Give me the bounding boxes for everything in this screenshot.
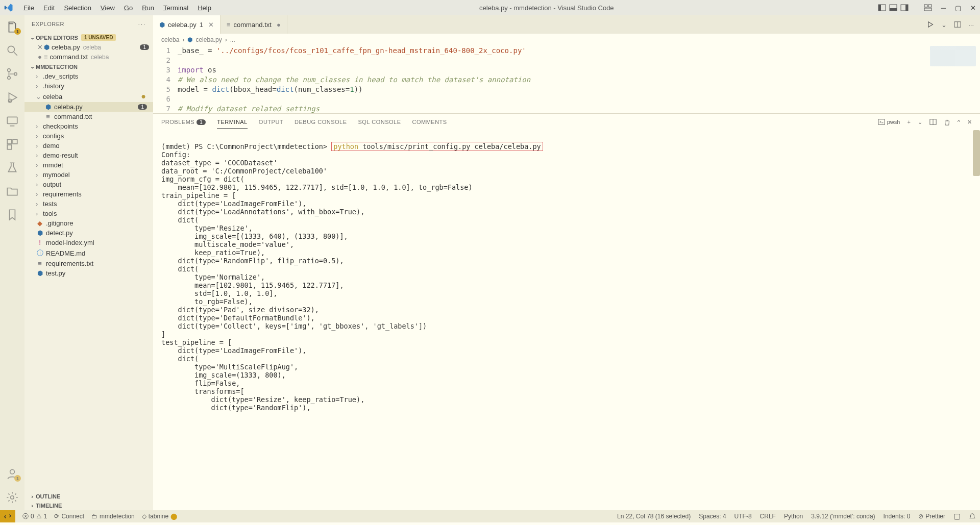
minimap[interactable]: [930, 46, 976, 66]
open-editors-header[interactable]: ⌄ OPEN EDITORS 1 UNSAVED: [24, 33, 153, 42]
menu-file[interactable]: File: [19, 2, 38, 14]
file-item[interactable]: ≡requirements.txt: [24, 259, 153, 268]
close-icon[interactable]: ✕: [36, 43, 44, 51]
terminal-content[interactable]: (mmdet) PS C:\CommonProject\mmdetection>…: [153, 130, 980, 510]
tab-output[interactable]: OUTPUT: [259, 116, 283, 128]
split-editor-icon[interactable]: [954, 21, 961, 28]
outline-header[interactable]: ›OUTLINE: [24, 492, 153, 501]
extensions-icon[interactable]: [6, 138, 19, 151]
file-item[interactable]: ◆.gitignore: [24, 218, 153, 228]
editor-tab[interactable]: ≡ command.txt ●: [220, 15, 287, 34]
kill-terminal-icon[interactable]: [944, 119, 950, 126]
breadcrumb-item[interactable]: celeba.py: [195, 36, 222, 43]
cursor-position[interactable]: Ln 22, Col 78 (16 selected): [617, 513, 691, 520]
tab-sql-console[interactable]: SQL CONSOLE: [358, 116, 401, 128]
feedback-icon[interactable]: [953, 513, 961, 520]
folder-item[interactable]: ⌄celeba●: [24, 91, 153, 102]
breadcrumb-item[interactable]: celeba: [161, 36, 179, 43]
menu-edit[interactable]: Edit: [39, 2, 59, 14]
folder-item[interactable]: ›checkpoints: [24, 121, 153, 131]
remote-button[interactable]: [0, 510, 15, 522]
outline-label: OUTLINE: [36, 493, 60, 499]
folder-item[interactable]: ›.dev_scripts: [24, 71, 153, 81]
file-item[interactable]: ⬢celeba.py1: [24, 102, 153, 112]
run-icon[interactable]: [927, 21, 934, 28]
run-dropdown-icon[interactable]: ⌄: [941, 21, 947, 29]
folder-item[interactable]: ›output: [24, 180, 153, 189]
eol-status[interactable]: CRLF: [760, 513, 776, 520]
explorer-more-icon[interactable]: ···: [138, 21, 146, 27]
split-terminal-icon[interactable]: [929, 118, 937, 126]
code-editor[interactable]: 1234567 _base_ = '../configs/fcos/fcos_r…: [153, 46, 980, 113]
folder-item[interactable]: ›requirements: [24, 189, 153, 199]
close-panel-icon[interactable]: ✕: [967, 119, 972, 126]
tab-problems[interactable]: PROBLEMS1: [161, 116, 206, 128]
window-maximize-icon[interactable]: ▢: [955, 4, 961, 12]
indentation-status[interactable]: Spaces: 4: [699, 513, 726, 520]
layout-panel-right-icon[interactable]: [900, 4, 909, 12]
menu-go[interactable]: Go: [120, 2, 137, 14]
layout-customize-icon[interactable]: [924, 4, 932, 12]
editor-tab[interactable]: ⬢ celeba.py 1 ✕: [153, 15, 220, 34]
window-close-icon[interactable]: ✕: [970, 4, 976, 12]
file-item[interactable]: !model-index.yml: [24, 238, 153, 247]
indents-status[interactable]: Indents: 0: [884, 513, 911, 520]
tabnine-status[interactable]: ◇ tabnine ⬤: [142, 513, 177, 520]
folder-library-icon[interactable]: [6, 185, 19, 198]
source-control-icon[interactable]: [6, 67, 19, 81]
breadcrumb-item[interactable]: ...: [230, 36, 235, 43]
encoding-status[interactable]: UTF-8: [734, 513, 752, 520]
timeline-header[interactable]: ›TIMELINE: [24, 501, 153, 510]
file-item[interactable]: ⓘREADME.md: [24, 247, 153, 259]
problems-status[interactable]: ⓧ 0 ⚠ 1: [22, 512, 47, 521]
modified-dot-icon[interactable]: ●: [36, 53, 44, 61]
folder-item[interactable]: ›configs: [24, 131, 153, 141]
new-terminal-icon[interactable]: +: [907, 119, 910, 125]
testing-icon[interactable]: [6, 161, 19, 174]
folder-item[interactable]: ›mmdet: [24, 160, 153, 170]
folder-item[interactable]: ›demo-result: [24, 151, 153, 160]
connect-status[interactable]: ⟳ Connect: [54, 513, 84, 520]
file-item[interactable]: ⬢detect.py: [24, 228, 153, 238]
close-tab-icon[interactable]: ✕: [208, 21, 214, 29]
terminal-scrollbar[interactable]: [973, 130, 980, 176]
folder-item[interactable]: ›mymodel: [24, 170, 153, 180]
open-editor-item[interactable]: ✕ ⬢ celeba.py celeba 1: [24, 42, 153, 52]
terminal-dropdown-icon[interactable]: ⌄: [918, 119, 922, 126]
layout-panel-left-icon[interactable]: [878, 4, 886, 12]
open-editor-item[interactable]: ● ≡ command.txt celeba: [24, 52, 153, 62]
remote-explorer-icon[interactable]: [6, 114, 19, 128]
menu-selection[interactable]: Selection: [60, 2, 95, 14]
bookmark-icon[interactable]: [6, 208, 19, 221]
window-minimize-icon[interactable]: ─: [941, 4, 946, 12]
run-debug-icon[interactable]: [6, 91, 19, 104]
menu-run[interactable]: Run: [138, 2, 158, 14]
terminal-shell-icon[interactable]: pwsh: [878, 118, 900, 126]
tab-comments[interactable]: COMMENTS: [412, 116, 447, 128]
menu-terminal[interactable]: Terminal: [159, 2, 192, 14]
interpreter-status[interactable]: 3.9.12 ('mmdet': conda): [811, 513, 875, 520]
folder-item[interactable]: ›.history: [24, 81, 153, 91]
explorer-icon[interactable]: 1: [6, 20, 19, 34]
workspace-header[interactable]: ⌄ MMDETECTION: [24, 62, 153, 71]
menu-help[interactable]: Help: [193, 2, 215, 14]
tab-terminal[interactable]: TERMINAL: [217, 116, 248, 129]
tab-debug-console[interactable]: DEBUG CONSOLE: [295, 116, 347, 128]
notifications-icon[interactable]: [969, 513, 976, 520]
settings-gear-icon[interactable]: [6, 491, 19, 504]
editor-more-icon[interactable]: ···: [968, 21, 974, 29]
menu-view[interactable]: View: [96, 2, 119, 14]
breadcrumb[interactable]: celeba › ⬢ celeba.py › ...: [153, 34, 980, 46]
language-status[interactable]: Python: [784, 513, 803, 520]
prettier-status[interactable]: ⊘ Prettier: [918, 513, 945, 520]
search-icon[interactable]: [6, 44, 19, 57]
layout-panel-bottom-icon[interactable]: [889, 4, 897, 12]
folder-item[interactable]: ›demo: [24, 141, 153, 151]
account-icon[interactable]: 1: [6, 467, 19, 481]
folder-item[interactable]: ›tools: [24, 209, 153, 218]
workspace-status[interactable]: 🗀 mmdetection: [91, 513, 135, 520]
file-item[interactable]: ⬢test.py: [24, 268, 153, 278]
folder-item[interactable]: ›tests: [24, 199, 153, 209]
file-item[interactable]: ≡command.txt: [24, 112, 153, 121]
maximize-panel-icon[interactable]: ^: [958, 119, 960, 125]
